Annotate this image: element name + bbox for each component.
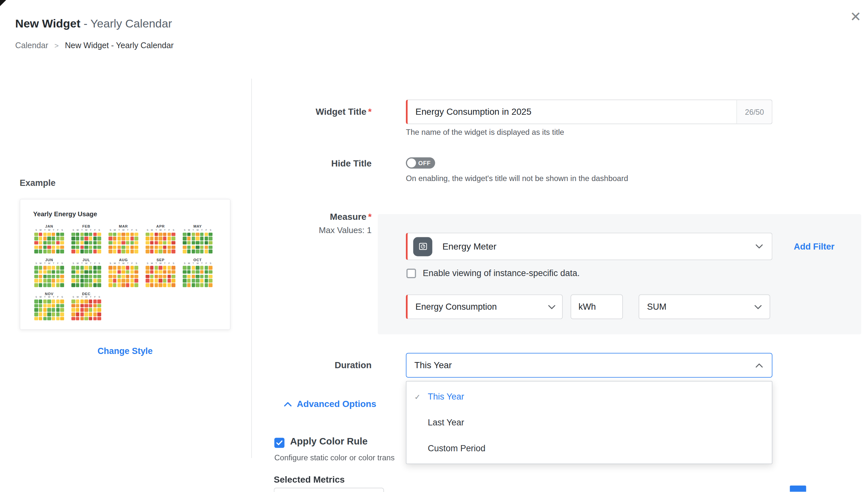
duration-option-this-year[interactable]: ✓This Year bbox=[407, 384, 772, 410]
chevron-up-icon bbox=[284, 401, 292, 407]
duration-select-value: This Year bbox=[407, 360, 452, 370]
close-button[interactable]: ✕ bbox=[848, 8, 864, 26]
widget-title-input[interactable] bbox=[408, 100, 737, 123]
page-title-bold: New Widget bbox=[15, 17, 80, 30]
add-filter-link[interactable]: Add Filter bbox=[794, 242, 834, 251]
selected-check-icon: ✓ bbox=[414, 392, 423, 401]
mini-month-jul: JULSMTWTFS bbox=[69, 257, 104, 287]
metric-select[interactable]: Energy Consumption bbox=[406, 294, 563, 319]
instance-data-checkbox-label: Enable viewing of instance-specific data… bbox=[423, 268, 580, 278]
hide-title-helper: On enabling, the widget's title will not… bbox=[406, 174, 628, 182]
duration-option-label: This Year bbox=[428, 392, 464, 402]
duration-option-label: Last Year bbox=[428, 418, 464, 428]
vertical-divider bbox=[251, 78, 252, 458]
duration-label: Duration bbox=[240, 360, 371, 370]
mini-month-feb: FEBSMTWTFS bbox=[69, 224, 104, 253]
duration-dropdown: ✓This YearLast YearCustom Period bbox=[406, 381, 772, 464]
duration-option-last-year[interactable]: Last Year bbox=[407, 410, 772, 436]
toggle-state-label: OFF bbox=[418, 160, 431, 167]
required-asterisk: * bbox=[368, 212, 371, 221]
mini-month-may: MAYSMTWTFS bbox=[180, 224, 215, 253]
chevron-up-icon bbox=[755, 363, 763, 368]
energy-meter-icon bbox=[413, 237, 432, 256]
char-counter: 26/50 bbox=[737, 100, 772, 123]
measure-label: Measure* bbox=[240, 212, 371, 222]
widget-title-field: 26/50 bbox=[406, 100, 772, 124]
breadcrumb-item-current: New Widget - Yearly Calendar bbox=[65, 41, 174, 50]
selected-metrics-label: Selected Metrics bbox=[274, 475, 345, 485]
apply-color-rule-helper: Configure static color or color trans bbox=[274, 453, 394, 462]
partial-metric-box bbox=[274, 488, 384, 492]
mini-month-oct: OCTSMTWTFS bbox=[180, 257, 215, 287]
new-widget-dialog: New Widget - Yearly Calendar ✕ Calendar … bbox=[0, 0, 868, 492]
widget-title-helper: The name of the widget is displayed as i… bbox=[406, 128, 564, 137]
aggregation-select[interactable]: SUM bbox=[639, 294, 770, 319]
mini-month-sep: SEPSMTWTFS bbox=[143, 257, 178, 287]
change-style-link[interactable]: Change Style bbox=[20, 346, 231, 356]
breadcrumb: Calendar > New Widget - Yearly Calendar bbox=[15, 41, 174, 50]
mini-month-apr: APRSMTWTFS bbox=[143, 224, 178, 253]
toggle-knob bbox=[407, 158, 416, 168]
duration-option-custom-period[interactable]: Custom Period bbox=[407, 436, 772, 461]
page-title-rest: - Yearly Calendar bbox=[83, 17, 172, 30]
breadcrumb-separator-icon: > bbox=[54, 41, 58, 50]
mini-month-jun: JUNSMTWTFS bbox=[31, 257, 67, 287]
measure-max-values: Max Values: 1 bbox=[240, 225, 371, 235]
hide-title-toggle[interactable]: OFF bbox=[406, 157, 435, 169]
mini-month-aug: AUGSMTWTFS bbox=[106, 257, 141, 287]
metric-select-value: Energy Consumption bbox=[408, 302, 497, 312]
aggregation-select-value: SUM bbox=[639, 302, 666, 312]
widget-title-label: Widget Title* bbox=[240, 107, 371, 117]
duration-select[interactable]: This Year bbox=[406, 353, 772, 377]
chevron-down-icon bbox=[548, 304, 556, 310]
close-icon: ✕ bbox=[850, 9, 861, 24]
device-select[interactable]: Energy Meter bbox=[406, 233, 772, 260]
example-preview-card: Yearly Energy Usage JANSMTWTFSFEBSMTWTFS… bbox=[20, 199, 231, 330]
check-icon bbox=[276, 440, 283, 445]
mini-month-jan: JANSMTWTFS bbox=[31, 224, 67, 253]
page-title: New Widget - Yearly Calendar bbox=[15, 17, 172, 30]
chevron-down-icon bbox=[754, 304, 762, 310]
apply-color-rule-checkbox[interactable] bbox=[274, 438, 284, 448]
hide-title-label: Hide Title bbox=[240, 158, 371, 168]
example-label: Example bbox=[20, 178, 56, 188]
duration-option-label: Custom Period bbox=[428, 444, 485, 453]
unit-input[interactable] bbox=[571, 302, 622, 312]
required-asterisk: * bbox=[368, 107, 371, 116]
chevron-down-icon bbox=[755, 244, 763, 249]
mini-month-mar: MARSMTWTFS bbox=[106, 224, 141, 253]
instance-data-checkbox[interactable] bbox=[407, 269, 416, 278]
mini-calendar-grid: JANSMTWTFSFEBSMTWTFSMARSMTWTFSAPRSMTWTFS… bbox=[31, 224, 221, 321]
unit-field bbox=[571, 294, 623, 319]
breadcrumb-item-calendar[interactable]: Calendar bbox=[15, 41, 48, 50]
example-card-title: Yearly Energy Usage bbox=[33, 211, 230, 218]
apply-color-rule-label: Apply Color Rule bbox=[290, 436, 368, 447]
advanced-options-toggle[interactable]: Advanced Options bbox=[284, 399, 377, 409]
mini-month-nov: NOVSMTWTFS bbox=[31, 291, 67, 320]
mini-month-dec: DECSMTWTFS bbox=[69, 291, 104, 320]
device-select-value: Energy Meter bbox=[432, 242, 497, 251]
corner-artifact bbox=[0, 0, 6, 6]
partial-primary-button[interactable] bbox=[790, 486, 806, 492]
advanced-options-label: Advanced Options bbox=[297, 399, 377, 409]
